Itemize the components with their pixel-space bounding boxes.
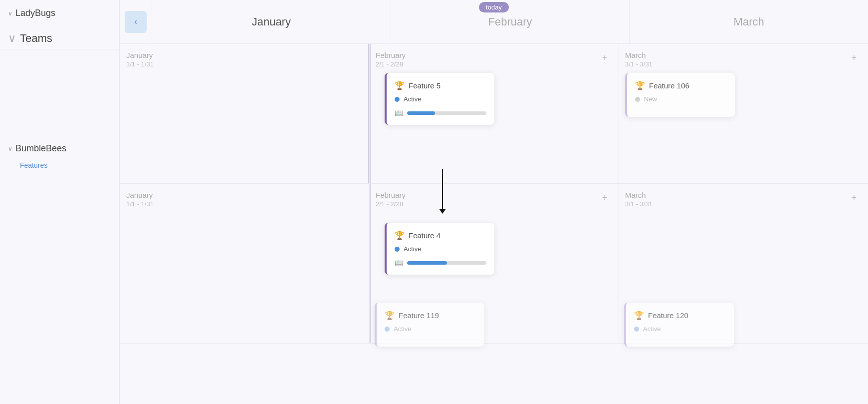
feature4-status-dot (395, 247, 400, 252)
today-line-feb-bb (370, 184, 371, 343)
feature120-status-label: Active (643, 325, 660, 333)
feature4-trophy-icon: 🏆 (395, 231, 405, 240)
feature5-progress-row: 📖 (395, 109, 486, 117)
ladybugs-mar-dates: 3/1 - 3/31 (625, 60, 862, 68)
bumblebees-jan-dates: 1/1 - 1/31 (126, 200, 363, 208)
feature4-book-icon: 📖 (395, 259, 403, 267)
feature5-status-dot (395, 97, 400, 102)
sidebar-team-header-bumblebees[interactable]: ∨ BumbleBees (0, 139, 119, 158)
feature120-card-wrapper: 🏆 Feature 120 Active (624, 299, 734, 347)
sidebar-team-label-ladybugs: LadyBugs (15, 8, 55, 18)
feature119-card-wrapper: 🏆 Feature 119 Active (375, 299, 484, 347)
feature119-status-dot (385, 327, 390, 332)
feature120-title: Feature 120 (648, 311, 688, 320)
bumblebees-jan-cell: January 1/1 - 1/31 (120, 184, 369, 344)
bumblebees-mar-add-button[interactable]: + (848, 192, 860, 204)
teams-label: Teams (20, 32, 52, 45)
feature119-title-row: 🏆 Feature 119 (385, 311, 476, 320)
arrow-head (439, 209, 446, 214)
ladybugs-feb-dates: 2/1 - 2/28 (376, 60, 613, 68)
arrow-line (442, 169, 443, 209)
ladybugs-mar-cell: March 3/1 - 3/31 + 🏆 Feature 106 N (619, 44, 868, 184)
feature106-card-wrapper: 🏆 Feature 106 New (625, 69, 735, 117)
feature5-trophy-icon: 🏆 (395, 81, 405, 90)
feature4-progress-fill (407, 261, 447, 265)
feature5-status-row: Active (395, 95, 486, 103)
bumblebees-mar-cell: March 3/1 - 3/31 + 🏆 Feature 120 A (619, 184, 868, 344)
feature4-progress-bg (407, 261, 486, 265)
today-button[interactable]: today (479, 2, 509, 12)
feature106-card[interactable]: 🏆 Feature 106 New (625, 73, 735, 117)
sidebar-features-bumblebees: Features (0, 158, 119, 173)
feature4-progress-row: 📖 (395, 259, 486, 267)
feature120-trophy-icon: 🏆 (634, 311, 644, 320)
bumblebees-mar-label: March (625, 191, 862, 199)
today-line-feb-lb (370, 44, 371, 183)
month-header-february: February (391, 0, 630, 43)
bumblebees-feb-cell: February 2/1 - 2/28 + 🏆 Feature 4 (369, 184, 619, 344)
feature5-card[interactable]: 🏆 Feature 5 Active 📖 (385, 73, 494, 125)
chevron-down-icon: ∨ (8, 10, 12, 17)
feature120-title-row: 🏆 Feature 120 (634, 311, 726, 320)
feature5-progress-bg (407, 111, 486, 115)
bumblebees-feb-label: February (376, 191, 613, 199)
feature106-status-row: New (635, 95, 727, 103)
ladybugs-feb-add-button[interactable]: + (599, 52, 611, 64)
feature106-trophy-icon: 🏆 (635, 81, 645, 90)
arrow-connector (439, 169, 446, 214)
ladybugs-row: January 1/1 - 1/31 February 2/1 - 2/28 + (120, 44, 868, 184)
month-headers: January February March (152, 0, 868, 43)
ladybugs-mar-label: March (625, 51, 862, 59)
sidebar-team-label-bumblebees: BumbleBees (15, 143, 66, 154)
feature5-title: Feature 5 (409, 81, 440, 90)
sidebar: ∨ LadyBugs Features ∨ BumbleBees Feature… (0, 0, 120, 404)
bumblebees-feb-dates: 2/1 - 2/28 (376, 200, 613, 208)
bumblebees-row: January 1/1 - 1/31 February 2/1 - 2/28 +… (120, 184, 868, 344)
bumblebees-mar-dates: 3/1 - 3/31 (625, 200, 862, 208)
feature106-title: Feature 106 (649, 81, 689, 90)
sidebar-team-header-ladybugs[interactable]: ∨ LadyBugs (0, 4, 119, 22)
ladybugs-feb-cell: February 2/1 - 2/28 + 🏆 Feature 5 (369, 44, 619, 184)
feature119-trophy-icon: 🏆 (385, 311, 395, 320)
feature5-book-icon: 📖 (395, 109, 403, 117)
sidebar-team-bumblebees: ∨ BumbleBees Features (0, 139, 119, 173)
bumblebees-feb-add-button[interactable]: + (599, 192, 611, 204)
topbar: today ‹ January February March (120, 0, 868, 44)
feature119-card[interactable]: 🏆 Feature 119 Active (375, 303, 484, 347)
month-header-march: March (629, 0, 868, 43)
ladybugs-jan-dates: 1/1 - 1/31 (126, 60, 363, 68)
month-header-january: January (152, 0, 391, 43)
ladybugs-jan-label: January (126, 51, 363, 59)
main-content: today ‹ January February March January 1… (120, 0, 868, 404)
feature119-status-label: Active (394, 325, 411, 333)
feature4-title: Feature 4 (409, 231, 440, 240)
feature5-title-row: 🏆 Feature 5 (395, 81, 486, 90)
ladybugs-mar-add-button[interactable]: + (848, 52, 860, 64)
bumblebees-jan-label: January (126, 191, 363, 199)
feature5-card-wrapper: 🏆 Feature 5 Active 📖 (385, 69, 494, 125)
feature120-status-row: Active (634, 325, 726, 333)
feature119-title: Feature 119 (399, 311, 439, 320)
feature4-status-row: Active (395, 245, 486, 253)
feature4-status-label: Active (404, 245, 421, 253)
feature106-title-row: 🏆 Feature 106 (635, 81, 727, 90)
ladybugs-feb-label: February (376, 51, 613, 59)
feature120-status-dot (634, 327, 639, 332)
feature106-status-label: New (644, 95, 657, 103)
feature4-title-row: 🏆 Feature 4 (395, 231, 486, 240)
chevron-down-icon-bumblebees: ∨ (8, 145, 12, 152)
feature106-status-dot (635, 97, 640, 102)
feature4-card[interactable]: 🏆 Feature 4 Active 📖 (385, 223, 494, 275)
feature4-card-wrapper: 🏆 Feature 4 Active 📖 (385, 219, 494, 275)
timeline-grid: January 1/1 - 1/31 February 2/1 - 2/28 + (120, 44, 868, 404)
feature5-progress-fill (407, 111, 435, 115)
sidebar-item-bumblebees-features[interactable]: Features (20, 160, 111, 171)
feature120-card[interactable]: 🏆 Feature 120 Active (624, 303, 734, 347)
feature119-status-row: Active (385, 325, 476, 333)
teams-chevron-icon: ∨ (8, 32, 16, 45)
feature5-status-label: Active (404, 95, 421, 103)
ladybugs-jan-cell: January 1/1 - 1/31 (120, 44, 369, 184)
teams-top-header: ∨ Teams (0, 27, 120, 49)
nav-back-button[interactable]: ‹ (125, 11, 147, 33)
